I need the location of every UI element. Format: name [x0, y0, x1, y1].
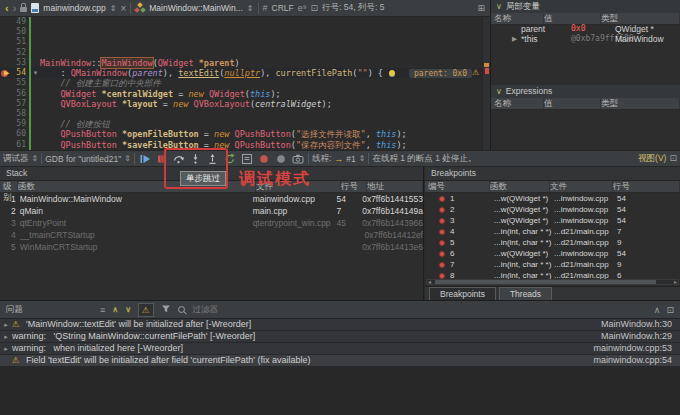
record-icon[interactable]	[257, 152, 271, 165]
split-icon[interactable]: ⊞	[477, 1, 485, 16]
breakpoint-gutter[interactable]	[0, 78, 11, 88]
window-icon[interactable]: ⊡	[666, 305, 674, 315]
tab-breakpoints[interactable]: Breakpoints	[429, 287, 496, 300]
stack-col-address[interactable]: 地址	[367, 181, 423, 192]
thread-selector[interactable]: #1	[346, 154, 355, 164]
back-icon[interactable]: ‹	[5, 1, 9, 16]
issue-row[interactable]: ▸warning: when initialized here [-Wreord…	[0, 343, 680, 355]
breakpoint-row[interactable]: 3...w(QWidget *)...inwindow.cpp54	[425, 215, 680, 226]
tab-settings-icon[interactable]: #	[263, 1, 268, 16]
issue-location[interactable]: MainWindow.h:29	[601, 331, 680, 342]
code-line[interactable]: 60 QPushButton *openFileButton = new QPu…	[0, 129, 490, 139]
stack-frame-row[interactable]: 5WinMainCRTStartup0x7ff6b14413e6	[0, 241, 423, 253]
filter-icon[interactable]	[161, 304, 171, 316]
locals-col-type[interactable]: 类型	[601, 13, 680, 24]
variable-row[interactable]: ▶*this@0xb7a9fff650MainWindow	[491, 34, 680, 44]
indent-icon[interactable]: ⊡	[311, 1, 319, 16]
locals-panel-header[interactable]: ∨ 局部变量	[491, 0, 680, 14]
breakpoints-col-file[interactable]: 文件	[550, 181, 613, 192]
issue-expander-icon[interactable]: ▸	[0, 331, 12, 342]
locals-col-value[interactable]: 值	[544, 13, 601, 24]
window-icon[interactable]: ⊡	[669, 151, 677, 166]
thread-dropdown-icon[interactable]: ⇕	[359, 154, 366, 163]
prev-issue-icon[interactable]: ∧	[112, 305, 118, 314]
breakpoint-gutter[interactable]	[0, 17, 11, 27]
code-line[interactable]: 59 // 创建按钮	[0, 119, 490, 129]
close-tab-icon[interactable]: ×	[120, 1, 126, 16]
categorize-icon[interactable]: ≡	[100, 305, 105, 315]
stop-icon[interactable]	[155, 152, 169, 165]
symbol-selector[interactable]: MainWindow::MainWin...	[149, 3, 243, 13]
breakpoint-gutter[interactable]	[0, 109, 11, 119]
breakpoint-gutter[interactable]	[0, 129, 11, 139]
snapshot-icon[interactable]	[291, 152, 305, 165]
expressions-col-value[interactable]: 值	[544, 98, 601, 109]
step-out-icon[interactable]	[206, 152, 220, 165]
continue-icon[interactable]	[138, 152, 152, 165]
breakpoints-hscrollbar[interactable]: ◂ ▸	[426, 279, 679, 285]
lock-icon[interactable]	[20, 7, 27, 12]
breakpoint-gutter[interactable]	[0, 27, 11, 37]
breakpoint-row[interactable]: 1...w(QWidget *)...inwindow.cpp54	[425, 193, 680, 204]
code-line[interactable]: 52	[0, 48, 490, 58]
stack-col-file[interactable]: 文件	[256, 181, 341, 192]
issue-expander-icon[interactable]: ▸	[0, 343, 12, 354]
issue-location[interactable]: mainwindow.cpp:53	[593, 343, 680, 354]
code-editor[interactable]: 4950515253MainWindow::MainWindow(QWidget…	[0, 17, 490, 150]
file-tab[interactable]: mainwindow.cpp	[43, 3, 105, 13]
encoding-icon[interactable]: e⁹	[298, 1, 307, 16]
breakpoint-gutter[interactable]	[0, 37, 11, 47]
issue-expander-icon[interactable]: ▸	[0, 319, 12, 330]
reverse-icon[interactable]	[274, 152, 288, 165]
scroll-left-icon[interactable]: ◂	[428, 278, 431, 285]
issue-location[interactable]: mainwindow.cpp:54	[593, 355, 680, 366]
code-line[interactable]: 49	[0, 17, 490, 27]
stack-frame-row[interactable]: 3qtEntryPointqtentrypoint_win.cpp450x7ff…	[0, 217, 423, 229]
tab-threads[interactable]: Threads	[499, 287, 552, 300]
breakpoint-gutter[interactable]	[0, 89, 11, 99]
breakpoint-row[interactable]: 7...in(int, char * *)...d21/main.cpp9	[425, 259, 680, 270]
editor-scrollbar[interactable]	[482, 17, 490, 150]
code-line[interactable]: 58	[0, 109, 490, 119]
breakpoint-gutter[interactable]	[0, 48, 11, 58]
issue-row[interactable]: ▸warning: 'QString MainWindow::currentFi…	[0, 331, 680, 343]
scroll-right-icon[interactable]: ▸	[674, 278, 677, 285]
breakpoints-col-function[interactable]: 函数	[490, 181, 550, 192]
step-into-icon[interactable]	[189, 152, 203, 165]
code-line[interactable]: 53MainWindow::MainWindow(QWidget *parent…	[0, 58, 490, 68]
breakpoint-gutter[interactable]	[0, 99, 11, 109]
stack-col-line[interactable]: 行号	[341, 181, 367, 192]
step-over-icon[interactable]	[172, 152, 186, 165]
expressions-col-type[interactable]: 类型	[601, 98, 680, 109]
breakpoints-col-line[interactable]: 行号	[613, 181, 680, 192]
code-line[interactable]: 57 QVBoxLayout *layout = new QVBoxLayout…	[0, 99, 490, 109]
restart-icon[interactable]	[223, 152, 237, 165]
breakpoint-row[interactable]: 6...w(QWidget *)...inwindow.cpp54	[425, 248, 680, 259]
issue-location[interactable]: MainWindow.h:30	[601, 319, 680, 330]
breakpoint-row[interactable]: 4...in(int, char * *)...d21/main.cpp7	[425, 226, 680, 237]
breakpoint-row[interactable]: 2...w(QWidget *)...inwindow.cpp54	[425, 204, 680, 215]
engine-dropdown-icon[interactable]: ⇕	[124, 154, 131, 163]
issue-row[interactable]: ⚠Field 'textEdit' will be initialized af…	[0, 355, 680, 367]
locals-col-name[interactable]: 名称	[491, 13, 544, 24]
breakpoint-gutter[interactable]	[0, 58, 11, 68]
breakpoint-gutter[interactable]: ▶	[0, 68, 11, 78]
issue-row[interactable]: ▸⚠'MainWindow::textEdit' will be initial…	[0, 319, 680, 331]
code-line[interactable]: 55 // 创建主窗口的中央部件	[0, 78, 490, 88]
next-issue-icon[interactable]: ∨	[125, 305, 131, 314]
expressions-panel-header[interactable]: ∨ Expressions	[491, 85, 680, 99]
forward-icon[interactable]: ›	[13, 1, 17, 16]
code-line[interactable]: 51	[0, 37, 490, 47]
scrollbar-thumb[interactable]	[435, 280, 656, 284]
code-line[interactable]: 61 QPushButton *saveFileButton = new QPu…	[0, 140, 490, 150]
show-warnings-toggle[interactable]: ⚠	[138, 303, 154, 317]
source-view-icon[interactable]	[240, 152, 254, 165]
lightbulb-icon[interactable]	[389, 70, 395, 77]
tree-expander-icon[interactable]: ▶	[491, 34, 517, 44]
debugger-dropdown-icon[interactable]: ⇕	[32, 154, 39, 163]
code-line[interactable]: ▶54▾ : QMainWindow(parent), textEdit(nul…	[0, 68, 490, 78]
file-dropdown-icon[interactable]: ⇕	[110, 4, 117, 13]
breakpoint-row[interactable]: 5...in(int, char * *)...d21/main.cpp9	[425, 237, 680, 248]
symbol-dropdown-icon[interactable]: ⇕	[247, 4, 254, 13]
issues-filter-input[interactable]: 过滤器	[193, 304, 413, 316]
